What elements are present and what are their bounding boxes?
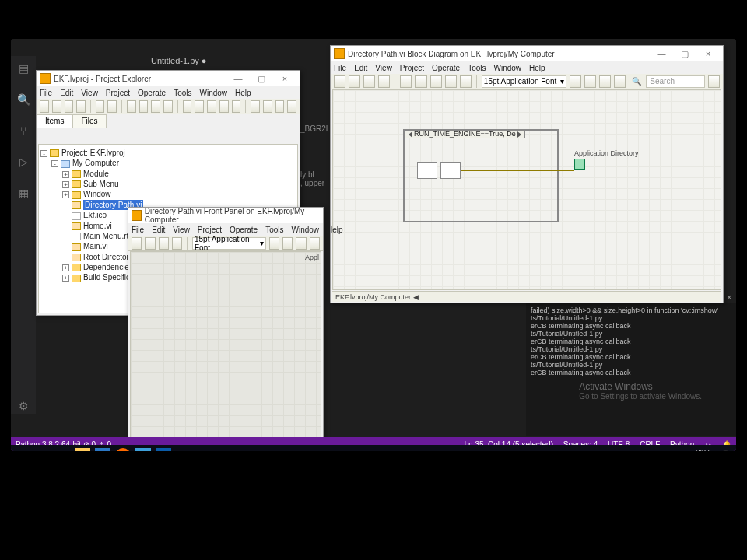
maximize-button[interactable]: ▢ <box>673 49 696 59</box>
menu-operate[interactable]: Operate <box>432 64 460 72</box>
step-in-button[interactable] <box>430 75 442 88</box>
minimize-button[interactable]: — <box>650 49 673 58</box>
tree-item[interactable]: -Project: EKF.lvproj <box>40 148 296 158</box>
tree-item[interactable]: +Module <box>40 169 296 179</box>
settings-icon[interactable]: ⚙ <box>16 400 30 414</box>
align-button[interactable] <box>269 237 279 250</box>
toolbar-btn[interactable] <box>40 100 49 113</box>
align-button[interactable] <box>570 75 581 88</box>
retain-button[interactable] <box>415 75 426 88</box>
menu-edit[interactable]: Edit <box>60 89 73 97</box>
menu-file[interactable]: File <box>334 64 346 72</box>
toolbar-btn[interactable] <box>52 100 61 113</box>
distribute-button[interactable] <box>584 75 596 88</box>
toolbar-btn[interactable] <box>76 100 86 113</box>
menu-file[interactable]: File <box>132 226 144 234</box>
terminal-output[interactable]: failed) size.width>0 && size.height>0 in… <box>526 303 736 436</box>
step-over-button[interactable] <box>445 75 457 88</box>
tree-item[interactable]: -My Computer <box>40 158 296 168</box>
highlight-button[interactable] <box>400 75 412 88</box>
toolbar-btn[interactable] <box>232 100 241 113</box>
menu-view[interactable]: View <box>173 226 190 234</box>
toolbar-btn[interactable] <box>151 100 160 113</box>
reorder-button[interactable] <box>599 75 611 88</box>
font-dropdown[interactable]: 15pt Application Font▾ <box>192 237 266 250</box>
titlebar[interactable]: Directory Path.vi Front Panel on EKF.lvp… <box>128 208 323 223</box>
node[interactable] <box>417 162 437 179</box>
toolbar-btn[interactable] <box>96 100 105 113</box>
titlebar[interactable]: EKF.lvproj - Project Explorer — ▢ × <box>37 71 300 86</box>
toolbar-btn[interactable] <box>275 100 285 113</box>
toolbar-btn[interactable] <box>251 100 260 113</box>
vscode-icon[interactable] <box>156 448 171 451</box>
search-icon[interactable]: 🔍 <box>16 93 30 107</box>
tab-items[interactable]: Items <box>37 114 72 128</box>
taskbar-clock[interactable]: 2:07 15/05/2020 <box>675 448 713 451</box>
menu-operate[interactable]: Operate <box>138 89 166 97</box>
run-continuous-button[interactable] <box>349 75 360 88</box>
wire[interactable] <box>461 170 574 171</box>
scm-icon[interactable]: ⑂ <box>16 124 30 138</box>
file-explorer-icon[interactable] <box>75 448 90 451</box>
run-continuous-button[interactable] <box>145 237 155 250</box>
close-button[interactable]: × <box>696 49 720 58</box>
menu-tools[interactable]: Tools <box>174 89 191 97</box>
app-icon[interactable] <box>135 448 151 451</box>
taskview-icon[interactable]: ▭ <box>54 448 70 451</box>
resize-button[interactable] <box>296 237 306 250</box>
help-button[interactable] <box>708 75 720 88</box>
front-panel-canvas[interactable]: Appl <box>130 251 321 438</box>
node[interactable] <box>440 162 461 179</box>
close-button[interactable]: × <box>273 74 296 83</box>
toolbar-btn[interactable] <box>139 100 149 113</box>
explorer-icon[interactable]: ▤ <box>16 62 30 76</box>
notifications-icon[interactable]: 💬 <box>717 448 733 451</box>
terminal-close-icon[interactable]: × <box>727 293 731 302</box>
menu-operate[interactable]: Operate <box>230 226 258 234</box>
step-out-button[interactable] <box>460 75 472 88</box>
block-diagram-canvas[interactable]: RUN_TIME_ENGINE==True, De Application Di… <box>332 89 721 290</box>
menu-project[interactable]: Project <box>198 226 222 234</box>
extensions-icon[interactable]: ▦ <box>16 187 30 201</box>
tree-item[interactable]: +Sub Menu <box>40 179 296 189</box>
menu-window[interactable]: Window <box>199 89 227 97</box>
menu-tools[interactable]: Tools <box>265 226 283 234</box>
stop-button[interactable] <box>159 237 169 250</box>
run-button[interactable] <box>132 237 142 250</box>
menu-edit[interactable]: Edit <box>152 226 165 234</box>
editor-tab[interactable]: Untitled-1.py ● <box>151 56 206 65</box>
menu-window[interactable]: Window <box>493 64 521 72</box>
firefox-icon[interactable] <box>115 448 131 451</box>
menu-help[interactable]: Help <box>529 64 545 72</box>
menu-file[interactable]: File <box>40 89 52 97</box>
menu-help[interactable]: Help <box>235 89 251 97</box>
toolbar-btn[interactable] <box>195 100 204 113</box>
store-icon[interactable] <box>95 448 110 451</box>
menu-project[interactable]: Project <box>106 89 130 97</box>
toolbar-btn[interactable] <box>163 100 173 113</box>
toolbar-btn[interactable] <box>207 100 216 113</box>
menu-edit[interactable]: Edit <box>354 64 367 72</box>
font-dropdown[interactable]: 15pt Application Font▾ <box>482 75 566 88</box>
indicator-terminal[interactable] <box>574 159 585 170</box>
menu-help[interactable]: Help <box>327 226 343 234</box>
toolbar-btn[interactable] <box>287 100 296 113</box>
pause-button[interactable] <box>172 237 182 250</box>
minimize-button[interactable]: — <box>226 74 250 83</box>
toolbar-btn[interactable] <box>183 100 192 113</box>
menu-view[interactable]: View <box>375 64 392 72</box>
debug-icon[interactable]: ▷ <box>16 156 30 170</box>
toolbar-btn[interactable] <box>65 100 74 113</box>
run-button[interactable] <box>334 75 345 88</box>
stop-button[interactable] <box>363 75 375 88</box>
toolbar-btn[interactable] <box>107 100 117 113</box>
menu-project[interactable]: Project <box>400 64 424 72</box>
maximize-button[interactable]: ▢ <box>250 74 273 84</box>
taskbar-search-icon[interactable]: ○ <box>34 448 50 451</box>
tab-files[interactable]: Files <box>72 114 106 128</box>
cleanup-button[interactable] <box>614 75 626 88</box>
menu-view[interactable]: View <box>81 89 98 97</box>
reorder-button[interactable] <box>310 237 320 250</box>
titlebar[interactable]: Directory Path.vi Block Diagram on EKF.l… <box>331 46 723 61</box>
toolbar-btn[interactable] <box>219 100 229 113</box>
